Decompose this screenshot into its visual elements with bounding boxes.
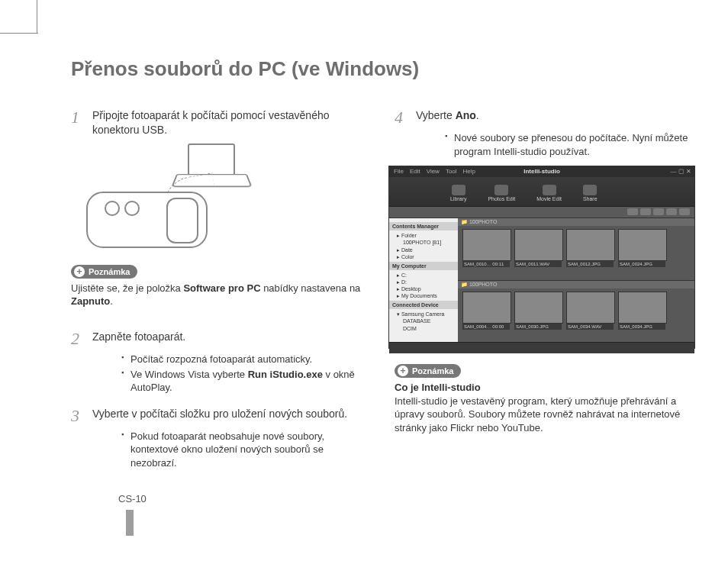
step-2: 2 Zapněte fotoaparát. (71, 330, 362, 348)
sidebar-item-100photo[interactable]: 100PHOTO [81] (392, 239, 455, 246)
menu-help[interactable]: Help (463, 166, 475, 177)
share-icon (583, 185, 597, 195)
tab-share[interactable]: Share (583, 185, 598, 201)
note-badge-1: + Poznámka (71, 265, 137, 279)
step-2-num: 2 (71, 330, 92, 348)
menu-view[interactable]: View (427, 166, 440, 177)
step-4-num: 4 (395, 108, 416, 127)
step-2-bullet-2: Ve Windows Vista vyberte Run iStudio.exe… (123, 368, 362, 395)
sidebar-hdr-contents: Contents Manager (389, 222, 458, 230)
step-4-bullet-1: Nové soubory se přenesou do počítače. Ny… (446, 131, 691, 158)
step-2-sub: Počítač rozpozná fotoaparát automaticky.… (92, 353, 362, 395)
app-toolbar (389, 207, 694, 218)
thumb[interactable]: SAM_0004… 00:00 (462, 292, 510, 330)
sidebar-item-database[interactable]: DATABASE (392, 317, 455, 324)
step-2-body: Zapněte fotoaparát. (92, 330, 185, 348)
sidebar-item-color[interactable]: ▸ Color (392, 253, 455, 260)
menu-tool[interactable]: Tool (446, 166, 457, 177)
step-3-body: Vyberte v počítači složku pro uložení no… (92, 407, 347, 425)
crop-mark-v (37, 0, 37, 34)
tab-photos-edit[interactable]: Photos Edit (488, 185, 515, 201)
intelli-studio-screenshot: File Edit View Tool Help Intelli-studio … (388, 166, 695, 349)
page-title: Přenos souborů do PC (ve Windows) (71, 57, 691, 81)
sidebar-item-camera[interactable]: ▾ Samsung Camera (392, 311, 455, 317)
step-3: 3 Vyberte v počítači složku pro uložení … (71, 407, 362, 425)
step-3-sub: Pokud fotoaparát neobsahuje nové soubory… (92, 430, 362, 470)
thumb[interactable]: SAM_0034.WAV (566, 292, 614, 330)
sidebar-item-date[interactable]: ▸ Date (392, 247, 455, 253)
step-2-bullet-1: Počítač rozpozná fotoaparát automaticky. (123, 353, 362, 366)
view-mode-btn[interactable] (640, 208, 651, 215)
step-4-body: Vyberte Ano. (416, 108, 479, 127)
sidebar-item-desktop[interactable]: ▸ Desktop (392, 285, 455, 292)
thumb[interactable]: SAM_0034.JPG (618, 292, 665, 330)
note-badge-2: + Poznámka (395, 364, 461, 378)
plus-icon: + (74, 266, 85, 277)
app-menubar: File Edit View Tool Help (389, 166, 694, 177)
pane-bottom-hdr: 📁 100PHOTO (458, 281, 694, 288)
thumb[interactable]: SAM_0011.WAV (514, 229, 562, 267)
note-2-text: Intelli-studio je vestavěný program, kte… (395, 395, 680, 433)
app-content: 📁 100PHOTO SAM_0010… 00:11 SAM_0011.WAV … (458, 218, 694, 342)
step-3-num: 3 (71, 407, 92, 425)
library-icon (452, 185, 465, 195)
note-label: Poznámka (412, 366, 453, 375)
thumb[interactable]: SAM_0030.JPG (514, 292, 562, 330)
note-1-body: Ujistěte se, že je položka Software pro … (71, 282, 362, 308)
view-mode-btn[interactable] (679, 208, 690, 215)
step-1: 1 Připojte fotoaparát k počítači pomocí … (71, 108, 362, 137)
movie-edit-icon (543, 185, 556, 195)
step-1-num: 1 (71, 108, 92, 137)
photos-edit-icon (494, 185, 508, 195)
pane-bottom: 📁 100PHOTO SAM_0004… 00:00 SAM_0030.JPG … (458, 280, 694, 343)
note-label: Poznámka (89, 267, 130, 276)
sidebar-item-drive-c[interactable]: ▸ C: (392, 272, 455, 279)
page-number: CS-10 (71, 493, 362, 504)
sidebar-item-mydocs[interactable]: ▸ My Documents (392, 292, 455, 299)
step-3-bullet-1: Pokud fotoaparát neobsahuje nové soubory… (123, 430, 362, 470)
right-column: 4 Vyberte Ano. Nové soubory se přenesou … (395, 108, 691, 504)
thumb[interactable]: SAM_0024.JPG (618, 229, 665, 267)
app-tabs: Library Photos Edit Movie Edit Share (389, 177, 694, 207)
pane-top-hdr: 📁 100PHOTO (458, 218, 694, 226)
menu-edit[interactable]: Edit (410, 166, 420, 177)
sidebar-item-dcim[interactable]: DCIM (392, 325, 455, 332)
menu-file[interactable]: File (394, 166, 404, 177)
camera-usb-illustration (86, 143, 254, 254)
page: Přenos souborů do PC (ve Windows) 1 Přip… (71, 57, 691, 504)
tab-library[interactable]: Library (450, 185, 466, 201)
step-4-sub: Nové soubory se přenesou do počítače. Ny… (416, 131, 691, 158)
left-column: 1 Připojte fotoaparát k počítači pomocí … (71, 108, 362, 504)
view-mode-btn[interactable] (653, 208, 664, 215)
app-sidebar: Contents Manager ▸ Folder 100PHOTO [81] … (389, 218, 458, 342)
app-statusbar (389, 342, 694, 353)
view-mode-btn[interactable] (627, 208, 638, 215)
sidebar-hdr-mycomputer: My Computer (389, 262, 458, 270)
step-4: 4 Vyberte Ano. (395, 108, 691, 127)
pane-top: 📁 100PHOTO SAM_0010… 00:11 SAM_0011.WAV … (458, 218, 694, 280)
window-buttons[interactable]: — ▢ ✕ (671, 168, 691, 175)
thumb[interactable]: SAM_0012.JPG (566, 229, 614, 267)
sidebar-hdr-device: Connected Device (389, 301, 458, 309)
sidebar-item-drive-d[interactable]: ▸ D: (392, 279, 455, 285)
view-mode-btn[interactable] (666, 208, 677, 215)
thumb[interactable]: SAM_0010… 00:11 (462, 229, 510, 267)
plus-icon: + (398, 366, 408, 376)
note-2-body: Co je Intelli-studio Intelli-studio je v… (395, 381, 691, 434)
tab-movie-edit[interactable]: Movie Edit (536, 185, 562, 201)
crop-mark-h (0, 33, 38, 34)
sidebar-item-folder[interactable]: ▸ Folder (392, 232, 455, 239)
camera-icon (86, 192, 208, 248)
step-1-body: Připojte fotoaparát k počítači pomocí ve… (92, 108, 362, 137)
note-2-heading: Co je Intelli-studio (395, 382, 481, 393)
